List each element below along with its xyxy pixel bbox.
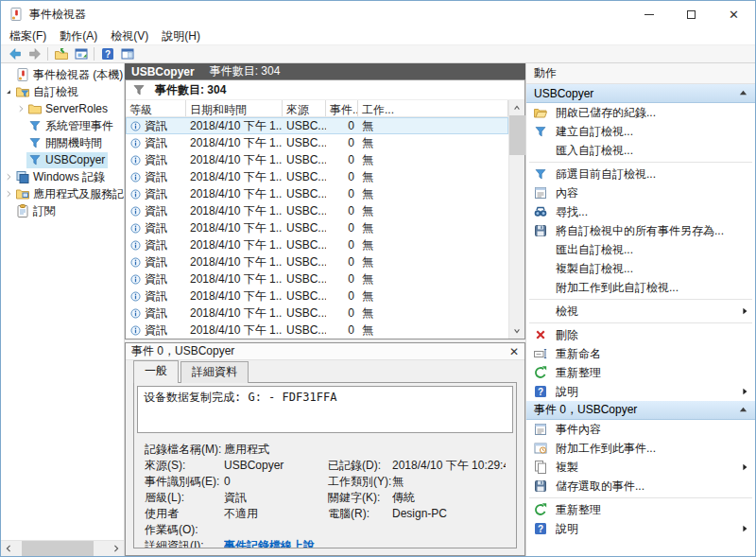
action-item[interactable]: 匯出自訂檢視...: [526, 240, 755, 259]
action-item[interactable]: 開啟已儲存的紀錄...: [526, 103, 755, 122]
action-item[interactable]: 檢視: [526, 302, 755, 321]
action-item[interactable]: 建立自訂檢視...: [526, 122, 755, 141]
field-value: 0: [224, 474, 328, 490]
table-row[interactable]: 資訊2018/4/10 下午 1...USBC...0無: [126, 117, 508, 134]
action-item-label: 建立自訂檢視...: [556, 124, 633, 140]
column-header-level[interactable]: 等級: [126, 100, 186, 116]
action-item[interactable]: 附加工作到此事件...: [526, 439, 755, 458]
action-item[interactable]: 複製: [526, 458, 755, 477]
action-item[interactable]: 篩選目前自訂檢視...: [526, 165, 755, 183]
menu-action[interactable]: 動作(A): [53, 27, 104, 45]
scroll-right-icon[interactable]: [109, 541, 124, 557]
table-row[interactable]: 資訊2018/4/10 下午 1...USBC...0無: [126, 270, 508, 287]
scroll-down-icon[interactable]: [509, 323, 525, 339]
close-preview-icon[interactable]: ✕: [509, 345, 519, 358]
column-header-source[interactable]: 來源: [283, 100, 326, 116]
tree-item-boot-time[interactable]: 開關機時間: [1, 134, 124, 151]
cell-datetime: 2018/4/10 下午 1...: [186, 322, 283, 339]
cell-source: USBC...: [283, 255, 326, 269]
action-item[interactable]: 匯入自訂檢視...: [526, 141, 755, 160]
tree-item-admin-events[interactable]: 系統管理事件: [1, 117, 124, 134]
action-item[interactable]: 尋找...: [526, 202, 755, 221]
tree-expander[interactable]: [3, 169, 14, 184]
scrollbar-thumb[interactable]: [22, 541, 94, 557]
tree-item-windows-logs[interactable]: Windows 記錄: [1, 168, 124, 185]
cell-datetime: 2018/4/10 下午 1...: [186, 203, 283, 219]
action-item[interactable]: 儲存選取的事件...: [526, 477, 755, 496]
table-row[interactable]: 資訊2018/4/10 下午 1...USBC...0無: [126, 219, 508, 236]
tree-horizontal-scrollbar[interactable]: [1, 540, 124, 556]
action-item[interactable]: ?說明: [526, 519, 755, 538]
tree-item-root[interactable]: 事件檢視器 (本機): [1, 66, 124, 83]
table-row[interactable]: 資訊2018/4/10 下午 1...USBC...0無: [126, 168, 508, 185]
tree-item-app-services-logs[interactable]: 應用程式及服務記錄檔: [1, 185, 124, 202]
menu-view[interactable]: 檢視(V): [104, 27, 155, 45]
action-item[interactable]: 重新整理: [526, 363, 755, 382]
table-row[interactable]: 資訊2018/4/10 下午 1...USBC...0無: [126, 151, 508, 168]
action-item-label: 重新整理: [556, 365, 601, 381]
action-section-header[interactable]: USBCopyer: [526, 84, 755, 103]
collapse-section-icon[interactable]: [739, 406, 747, 414]
action-item[interactable]: 內容: [526, 183, 755, 202]
table-row[interactable]: 資訊2018/4/10 下午 1...USBC...0無: [126, 287, 508, 305]
menu-file[interactable]: 檔案(F): [3, 27, 53, 45]
cell-task: 無: [358, 237, 508, 253]
console-window-button[interactable]: [71, 45, 91, 62]
action-item[interactable]: 複製自訂檢視...: [526, 259, 755, 278]
cell-source: USBC...: [283, 153, 326, 166]
tree-item-subscriptions[interactable]: 訂閱: [1, 202, 124, 219]
events-vertical-scrollbar[interactable]: [508, 100, 524, 339]
rename-icon: [533, 346, 548, 361]
action-item[interactable]: 重新整理: [526, 500, 755, 519]
tree-expander: [15, 118, 26, 133]
tree-expander[interactable]: [15, 101, 26, 116]
tree-item-usbcopyer[interactable]: USBCopyer: [1, 151, 124, 168]
table-row[interactable]: 資訊2018/4/10 下午 1...USBC...0無: [126, 305, 508, 322]
table-row[interactable]: 資訊2018/4/10 下午 1...USBC...0無: [126, 236, 508, 253]
menu-help[interactable]: 說明(H): [155, 27, 207, 45]
tree-item-custom-views[interactable]: 自訂檢視: [1, 83, 124, 100]
collapse-section-icon[interactable]: [739, 89, 747, 97]
field-row: 使用者不適用電腦(R):Design-PC: [145, 506, 506, 522]
action-item[interactable]: ?說明: [526, 382, 755, 401]
submenu-arrow-icon: [741, 388, 755, 395]
table-row[interactable]: 資訊2018/4/10 下午 1...USBC...0無: [126, 134, 508, 151]
close-button[interactable]: ✕: [713, 1, 755, 27]
minimize-button[interactable]: [627, 1, 670, 27]
tree-item-label: 開關機時間: [45, 135, 102, 151]
tree-expander[interactable]: [3, 84, 14, 99]
tree-item-content: ServerRoles: [26, 101, 111, 117]
cell-source: USBC...: [283, 136, 326, 149]
tree-expander[interactable]: [3, 186, 14, 201]
scrollbar-thumb[interactable]: [509, 115, 525, 155]
refresh-icon: [533, 502, 548, 517]
action-item[interactable]: 重新命名: [526, 344, 755, 363]
column-header-task[interactable]: 工作...: [358, 100, 508, 116]
forward-arrow-button[interactable]: [25, 45, 44, 62]
toolbar-separator: [47, 47, 48, 61]
scroll-left-icon[interactable]: [1, 541, 16, 557]
action-section-header[interactable]: 事件 0，USBCopyer: [526, 401, 755, 420]
back-arrow-button[interactable]: [5, 45, 25, 62]
table-row[interactable]: 資訊2018/4/10 下午 1...USBC...0無: [126, 185, 508, 202]
action-item[interactable]: 附加工作到此自訂檢視...: [526, 278, 755, 297]
field-label: 電腦(R):: [328, 506, 392, 522]
maximize-button[interactable]: [670, 1, 713, 27]
column-header-datetime[interactable]: 日期和時間: [186, 100, 283, 116]
table-row[interactable]: 資訊2018/4/10 下午 1...USBC...0無: [126, 253, 508, 270]
help-button[interactable]: ?: [97, 45, 117, 62]
action-item[interactable]: 刪除: [526, 325, 755, 344]
online-help-link[interactable]: 事件記錄檔線上說: [224, 538, 328, 548]
column-header-event-id[interactable]: 事件...: [326, 100, 358, 116]
show-tree-button[interactable]: [51, 45, 71, 62]
action-item[interactable]: 事件內容: [526, 420, 755, 439]
action-item[interactable]: 將自訂檢視中的所有事件另存為...: [526, 221, 755, 240]
tab-details[interactable]: 詳細資料: [180, 361, 249, 383]
scroll-up-icon[interactable]: [509, 100, 525, 115]
event-count: 事件數目: 304: [210, 63, 281, 79]
table-row[interactable]: 資訊2018/4/10 下午 1...USBC...0無: [126, 322, 508, 339]
tree-item-serverroles[interactable]: ServerRoles: [1, 100, 124, 117]
table-row[interactable]: 資訊2018/4/10 下午 1...USBC...0無: [126, 202, 508, 219]
action-pane-button[interactable]: [117, 45, 137, 62]
tab-general[interactable]: 一般: [133, 360, 179, 383]
